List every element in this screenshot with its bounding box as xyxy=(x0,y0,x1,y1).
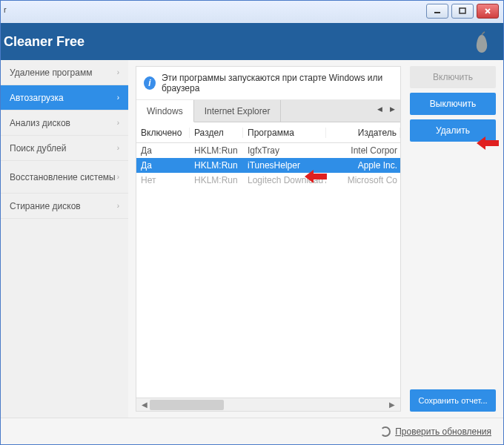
sidebar: Удаление программ›Автозагрузка›Анализ ди… xyxy=(1,60,128,418)
info-text: Эти программы запускаются при старте Win… xyxy=(162,73,393,93)
cell-enabled: Да xyxy=(136,160,190,171)
cell-enabled: Нет xyxy=(136,175,190,185)
chevron-right-icon: › xyxy=(117,93,119,102)
cell-program: iTunesHelper xyxy=(243,160,326,171)
col-program[interactable]: Программа xyxy=(243,128,326,138)
chevron-right-icon: › xyxy=(117,173,119,181)
table-row[interactable]: ДаHKLM:RunIgfxTrayIntel Corpor xyxy=(136,143,400,158)
app-title: Cleaner Free xyxy=(4,34,84,50)
check-updates-link[interactable]: Проверить обновления xyxy=(395,426,491,437)
scroll-right-icon[interactable]: ▶ xyxy=(385,400,399,409)
col-publisher[interactable]: Издатель xyxy=(326,128,400,138)
scroll-thumb[interactable] xyxy=(150,400,224,410)
tab-scroll-controls[interactable]: ◀ ▶ xyxy=(375,104,397,114)
tab-1[interactable]: Internet Explorer xyxy=(194,100,282,122)
cell-publisher: Intel Corpor xyxy=(326,145,400,156)
sidebar-item-label: Автозагрузка xyxy=(10,93,64,103)
statusbar: Проверить обновления xyxy=(1,418,503,444)
sidebar-item-label: Поиск дублей xyxy=(10,143,66,154)
tabstrip: WindowsInternet Explorer ◀ ▶ xyxy=(136,100,400,122)
table-header: Включено Раздел Программа Издатель xyxy=(136,122,400,143)
chevron-right-icon: › xyxy=(117,144,119,152)
cell-section: HKLM:Run xyxy=(190,175,243,185)
sidebar-item-0[interactable]: Удаление программ› xyxy=(1,60,128,85)
delete-button[interactable]: Удалить xyxy=(410,119,496,142)
horizontal-scrollbar[interactable]: ◀ ▶ xyxy=(136,398,400,411)
cell-enabled: Да xyxy=(136,145,190,156)
sidebar-item-label: Восстановление системы xyxy=(10,172,116,182)
titlebar: r xyxy=(1,1,503,23)
save-report-button[interactable]: Сохранить отчет... xyxy=(410,389,496,412)
window-maximize-button[interactable] xyxy=(451,4,474,19)
col-enabled[interactable]: Включено xyxy=(136,128,190,138)
svg-rect-1 xyxy=(460,8,465,13)
cell-section: HKLM:Run xyxy=(190,145,243,156)
col-section[interactable]: Раздел xyxy=(190,128,243,138)
refresh-icon xyxy=(380,426,391,437)
sidebar-item-label: Стирание дисков xyxy=(10,201,81,211)
app-header: Cleaner Free xyxy=(1,23,503,60)
tab-scroll-left-icon[interactable]: ◀ xyxy=(375,104,385,114)
table-row[interactable]: НетHKLM:RunLogitech Download AssistantMi… xyxy=(136,173,400,188)
title-fragment: r xyxy=(4,5,7,14)
pear-logo-icon xyxy=(472,30,491,54)
cell-publisher: Apple Inc. xyxy=(326,160,400,171)
info-bar: i Эти программы запускаются при старте W… xyxy=(136,67,400,100)
cell-publisher: Microsoft Co xyxy=(326,175,400,185)
cell-program: IgfxTray xyxy=(243,145,326,156)
window-minimize-button[interactable] xyxy=(426,4,448,19)
sidebar-item-4[interactable]: Восстановление системы› xyxy=(1,161,128,194)
sidebar-item-label: Анализ дисков xyxy=(10,118,70,128)
enable-button[interactable]: Включить xyxy=(410,66,496,88)
tab-0[interactable]: Windows xyxy=(136,100,194,122)
actions-panel: Включить Выключить Удалить Сохранить отч… xyxy=(410,66,496,412)
window-close-button[interactable] xyxy=(477,4,499,19)
sidebar-item-5[interactable]: Стирание дисков› xyxy=(1,194,128,219)
sidebar-item-label: Удаление программ xyxy=(10,67,92,78)
sidebar-item-3[interactable]: Поиск дублей› xyxy=(1,136,128,161)
disable-button[interactable]: Выключить xyxy=(410,93,496,115)
cell-section: HKLM:Run xyxy=(190,160,243,171)
chevron-right-icon: › xyxy=(117,68,119,76)
sidebar-item-1[interactable]: Автозагрузка› xyxy=(1,85,128,111)
cell-program: Logitech Download Assistant xyxy=(243,175,326,185)
chevron-right-icon: › xyxy=(117,119,119,127)
sidebar-item-2[interactable]: Анализ дисков› xyxy=(1,111,128,136)
table-row[interactable]: ДаHKLM:RuniTunesHelperApple Inc. xyxy=(136,158,400,173)
chevron-right-icon: › xyxy=(117,202,119,210)
table-body: ДаHKLM:RunIgfxTrayIntel CorporДаHKLM:Run… xyxy=(136,143,400,398)
tab-scroll-right-icon[interactable]: ▶ xyxy=(388,104,397,114)
info-icon: i xyxy=(144,76,156,90)
